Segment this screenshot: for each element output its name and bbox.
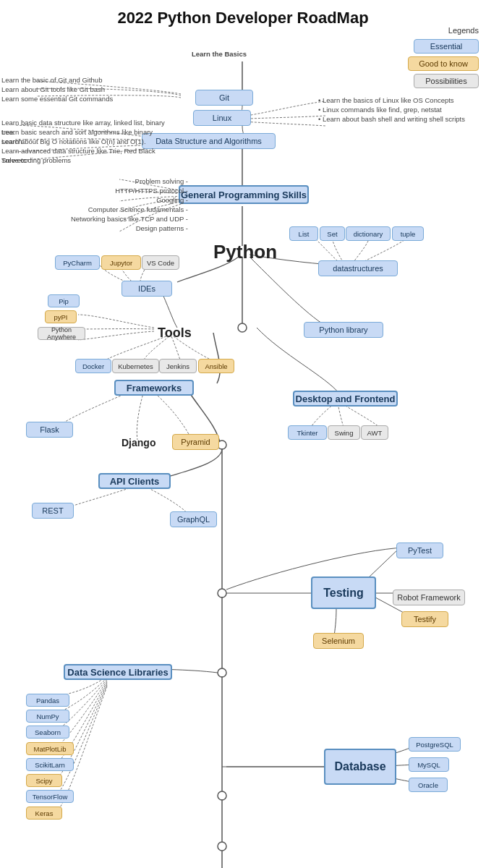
keras-node: Keras [26, 807, 62, 820]
numpy-node: NumPy [26, 710, 69, 723]
page-title: 2022 Python Developer RoadMap [0, 9, 486, 27]
jenkins-node: Jenkins [159, 359, 197, 373]
api-clients-node: API Clients [98, 473, 171, 489]
testing-node: Testing [311, 576, 376, 609]
pyramid-node: Pyramid [172, 434, 219, 450]
frameworks-node: Frameworks [114, 380, 194, 396]
linux-note3: • Learn about bash shell and writing she… [318, 114, 477, 124]
data-science-node: Data Science Libraries [64, 664, 172, 680]
kubernetes-node: Kubernetes [112, 359, 159, 373]
oracle-node: Oracle [409, 778, 448, 792]
scikitlearn-node: ScikitLarn [26, 758, 74, 771]
linux-node: Linux [193, 110, 251, 126]
gps-note6: Design patterns - [83, 224, 188, 233]
svg-point-4 [218, 791, 226, 800]
gps-note5: Networking basics like TCP and UDP - [51, 214, 188, 224]
ansible-node: Ansible [198, 359, 234, 373]
svg-point-3 [218, 668, 226, 677]
pandas-node: Pandas [26, 694, 69, 707]
svg-line-8 [367, 548, 400, 579]
dsa-note5: Solve coding problems [1, 156, 168, 165]
list-node: List [289, 226, 318, 241]
linux-note1: • Learn the basics of Linux like OS Conc… [318, 95, 477, 105]
pytest-node: PyTest [396, 542, 443, 558]
seaborn-node: Seaborn [26, 726, 69, 739]
gps-note3: Googling - [94, 195, 188, 205]
linux-note2: • Linux commands like find, grep, netsta… [318, 105, 477, 114]
legend-good: Good to know [408, 56, 479, 71]
mysql-node: MySQL [409, 757, 449, 772]
datastructs-node: datastructures [318, 260, 398, 276]
git-note2: Learn about Git tools like Git bash [1, 85, 146, 94]
awt-node: AWT [361, 425, 388, 440]
legend: Legends Essential Good to know Possibili… [408, 26, 479, 88]
git-note1: Learn the basic of Git and Github [1, 75, 146, 85]
svg-point-0 [238, 323, 247, 332]
tkinter-node: Tkinter [288, 425, 327, 440]
dictionary-node: dictionary [346, 226, 391, 241]
gps-note2: HTTP/HTTPS protocol - [83, 186, 188, 195]
legend-poss: Possibilities [414, 74, 479, 88]
ides-node: IDEs [122, 281, 172, 297]
docker-node: Docker [75, 359, 111, 373]
robot-node: Robot Framework [393, 590, 465, 605]
set-node: Set [320, 226, 345, 241]
django-label: Django [122, 436, 155, 451]
legend-title: Legends [448, 26, 479, 35]
vscode-node: VS Code [142, 255, 179, 270]
pip-node: Pip [48, 294, 80, 307]
python-label: Python [213, 239, 277, 265]
jupyter-node: Jupytor [101, 255, 141, 270]
swing-node: Swing [328, 425, 360, 440]
dsa-note3: Learn about Big O notations like O(n) an… [1, 137, 168, 146]
python-lib-node: Python library [304, 322, 383, 338]
svg-point-5 [218, 842, 226, 851]
tensorflow-node: TensorFlow [26, 790, 74, 803]
flask-node: Flask [26, 422, 73, 438]
testify-node: Testify [401, 611, 448, 627]
selenium-node: Selenium [313, 633, 364, 649]
rest-node: REST [32, 503, 74, 519]
gps-note1: Problem solving - [94, 176, 188, 186]
graphql-node: GraphQL [170, 511, 217, 527]
tuple-node: tuple [392, 226, 424, 241]
database-node: Database [324, 749, 396, 785]
git-note3: Learn some essential Git commands [1, 94, 146, 103]
legend-essential: Essential [414, 39, 479, 54]
gps-note4: Computer Science fudamentals - [58, 205, 188, 214]
learn-basics-label: Learn the Basics [192, 49, 247, 59]
desktop-node: Desktop and Frontend [293, 391, 398, 407]
scipy-node: Scipy [26, 774, 62, 787]
pycharm-node: PyCharm [55, 255, 100, 270]
git-node: Git [195, 90, 253, 106]
pythonanywhere-node: Python Anywhere [38, 327, 85, 340]
pypi-node: pyPI [45, 310, 77, 323]
svg-point-2 [218, 589, 226, 597]
gps-node: General Programming Skills [179, 185, 309, 204]
matplotlib-node: MatPlotLib [26, 742, 74, 755]
postgresql-node: PostgreSQL [409, 737, 461, 752]
tools-label: Tools [158, 324, 192, 342]
